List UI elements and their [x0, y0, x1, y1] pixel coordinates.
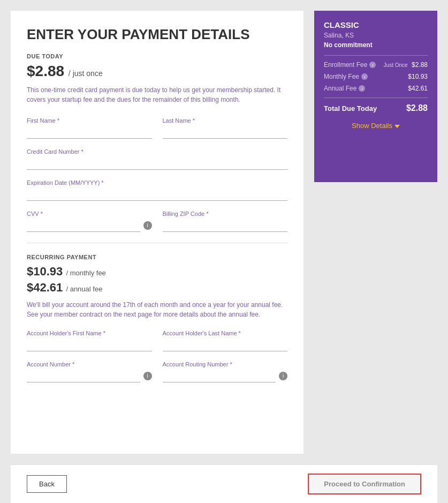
page-wrapper: ENTER YOUR PAYMENT DETAILS DUE TODAY $2.… [0, 0, 448, 503]
due-today-label: DUE TODAY [27, 53, 287, 59]
total-value: $2.88 [406, 103, 428, 113]
recurring-info: We'll bill your account around the 17th … [27, 300, 287, 319]
last-name-label: Last Name * [163, 117, 288, 124]
ach-account-row: Account Number * i Account Routing Numbe… [27, 361, 287, 382]
routing-number-info-icon[interactable]: i [279, 372, 287, 380]
card-number-row: Credit Card Number * [27, 148, 287, 170]
ach-last-name-group: Account Holder's Last Name * [163, 330, 288, 351]
plan-location: Salina, KS [324, 32, 428, 39]
routing-number-label: Account Routing Number * [163, 361, 288, 367]
monthly-fee-amount: $10.93 / monthly fee [27, 265, 287, 279]
first-name-label: First Name * [27, 117, 152, 124]
expiration-input[interactable] [27, 188, 287, 201]
account-number-info-icon[interactable]: i [143, 372, 152, 380]
cvv-zip-row: CVV * i Billing ZIP Code * 66066 [27, 211, 287, 232]
enrollment-fee-label: Enrollment Fee i [324, 61, 376, 69]
account-number-label: Account Number * [27, 361, 152, 367]
annual-fee-info-icon[interactable]: i [359, 85, 365, 92]
routing-number-input-wrapper: i [163, 370, 288, 382]
monthly-fee-info-icon[interactable]: i [361, 73, 368, 80]
cvv-group: CVV * i [27, 211, 152, 232]
zip-group: Billing ZIP Code * 66066 [163, 211, 288, 232]
ach-first-name-label: Account Holder's First Name * [27, 330, 152, 336]
page-title: ENTER YOUR PAYMENT DETAILS [27, 27, 287, 42]
recurring-label: RECURRING PAYMENT [27, 254, 287, 260]
show-details-link[interactable]: Show Details [352, 122, 400, 130]
monthly-fee-label: Monthly Fee i [324, 73, 368, 80]
expiration-row: Expiration Date (MM/YYYY) * [27, 179, 287, 201]
cvv-info-icon[interactable]: i [143, 221, 152, 230]
bottom-bar: Back Proceed to Confirmation [11, 464, 437, 503]
expiration-label: Expiration Date (MM/YYYY) * [27, 179, 287, 186]
cvv-label: CVV * [27, 211, 152, 217]
total-label: Total Due Today [324, 104, 377, 112]
enrollment-fee-row: Enrollment Fee i Just Once $2.88 [324, 61, 428, 69]
monthly-fee-value: $10.93 [408, 73, 428, 80]
total-row: Total Due Today $2.88 [324, 97, 428, 113]
card-number-input[interactable] [27, 157, 287, 170]
annual-fee-row: Annual Fee i $42.61 [324, 85, 428, 92]
ach-first-name-input[interactable] [27, 339, 152, 351]
expiration-group: Expiration Date (MM/YYYY) * [27, 179, 287, 201]
account-number-input[interactable] [27, 370, 140, 382]
last-name-group: Last Name * [163, 117, 288, 139]
show-details-container: Show Details [324, 121, 428, 130]
plan-commitment: No commitment [324, 41, 428, 49]
zip-input[interactable]: 66066 [163, 219, 288, 232]
ach-last-name-label: Account Holder's Last Name * [163, 330, 288, 336]
annual-fee-amount: $42.61 / annual fee [27, 281, 287, 295]
section-divider-1 [27, 243, 287, 243]
annual-fee-label: Annual Fee i [324, 85, 365, 92]
plan-divider-1 [324, 55, 428, 56]
annual-fee-value: $42.61 [408, 85, 428, 92]
cvv-input-wrapper: i [27, 219, 152, 232]
account-number-input-wrapper: i [27, 370, 152, 382]
main-content: ENTER YOUR PAYMENT DETAILS DUE TODAY $2.… [0, 0, 448, 454]
card-number-group: Credit Card Number * [27, 148, 287, 170]
monthly-fee-row: Monthly Fee i $10.93 [324, 73, 428, 80]
due-today-amount: $2.88 / just once [27, 63, 287, 80]
last-name-input[interactable] [163, 126, 288, 139]
name-row: First Name * Last Name * [27, 117, 287, 139]
plan-name: CLASSIC [324, 20, 428, 29]
zip-label: Billing ZIP Code * [163, 211, 288, 217]
ach-name-row: Account Holder's First Name * Account Ho… [27, 330, 287, 351]
account-number-group: Account Number * i [27, 361, 152, 382]
enrollment-fee-value: Just Once $2.88 [384, 61, 428, 69]
ach-first-name-group: Account Holder's First Name * [27, 330, 152, 351]
due-today-info: This one-time credit card payment is due… [27, 85, 287, 104]
first-name-input[interactable] [27, 126, 152, 139]
plan-summary-panel: CLASSIC Salina, KS No commitment Enrollm… [314, 11, 437, 182]
routing-number-input[interactable] [163, 370, 276, 382]
chevron-down-icon [394, 125, 400, 128]
enrollment-fee-info-icon[interactable]: i [369, 62, 376, 68]
left-panel: ENTER YOUR PAYMENT DETAILS DUE TODAY $2.… [11, 11, 303, 454]
cvv-input[interactable] [27, 219, 140, 232]
card-number-label: Credit Card Number * [27, 148, 287, 155]
back-button[interactable]: Back [27, 475, 67, 493]
proceed-button[interactable]: Proceed to Confirmation [308, 474, 421, 494]
first-name-group: First Name * [27, 117, 152, 139]
routing-number-group: Account Routing Number * i [163, 361, 288, 382]
ach-last-name-input[interactable] [163, 339, 288, 351]
